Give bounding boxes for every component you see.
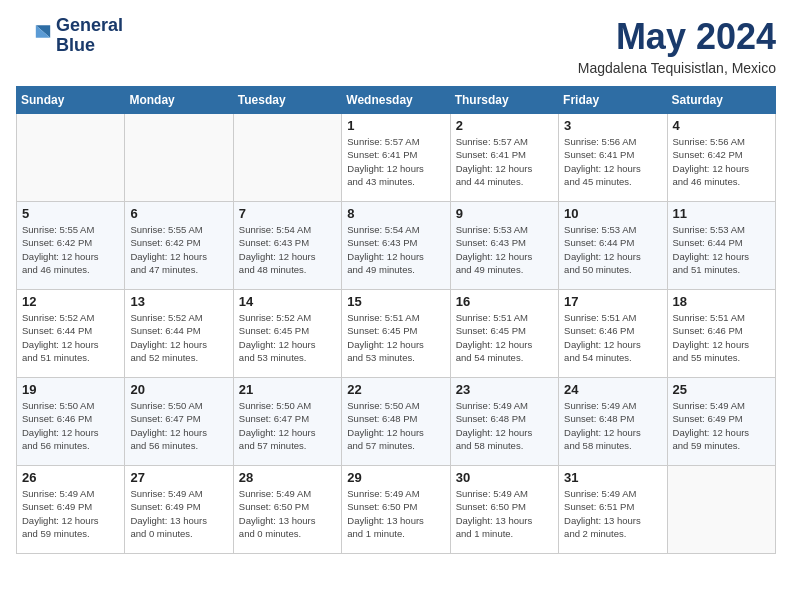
page-header: General Blue May 2024 Magdalena Tequisis… bbox=[16, 16, 776, 76]
calendar-cell: 25Sunrise: 5:49 AM Sunset: 6:49 PM Dayli… bbox=[667, 378, 775, 466]
day-info: Sunrise: 5:49 AM Sunset: 6:48 PM Dayligh… bbox=[564, 399, 661, 452]
day-info: Sunrise: 5:55 AM Sunset: 6:42 PM Dayligh… bbox=[130, 223, 227, 276]
day-number: 12 bbox=[22, 294, 119, 309]
calendar-header: SundayMondayTuesdayWednesdayThursdayFrid… bbox=[17, 87, 776, 114]
calendar-cell: 3Sunrise: 5:56 AM Sunset: 6:41 PM Daylig… bbox=[559, 114, 667, 202]
calendar-cell: 18Sunrise: 5:51 AM Sunset: 6:46 PM Dayli… bbox=[667, 290, 775, 378]
day-number: 3 bbox=[564, 118, 661, 133]
weekday-header-wednesday: Wednesday bbox=[342, 87, 450, 114]
day-info: Sunrise: 5:52 AM Sunset: 6:44 PM Dayligh… bbox=[130, 311, 227, 364]
day-number: 23 bbox=[456, 382, 553, 397]
day-info: Sunrise: 5:55 AM Sunset: 6:42 PM Dayligh… bbox=[22, 223, 119, 276]
day-number: 4 bbox=[673, 118, 770, 133]
day-info: Sunrise: 5:53 AM Sunset: 6:44 PM Dayligh… bbox=[673, 223, 770, 276]
day-number: 7 bbox=[239, 206, 336, 221]
calendar-cell bbox=[17, 114, 125, 202]
day-info: Sunrise: 5:49 AM Sunset: 6:50 PM Dayligh… bbox=[456, 487, 553, 540]
calendar-cell: 24Sunrise: 5:49 AM Sunset: 6:48 PM Dayli… bbox=[559, 378, 667, 466]
calendar-cell: 7Sunrise: 5:54 AM Sunset: 6:43 PM Daylig… bbox=[233, 202, 341, 290]
weekday-header-thursday: Thursday bbox=[450, 87, 558, 114]
calendar-cell: 4Sunrise: 5:56 AM Sunset: 6:42 PM Daylig… bbox=[667, 114, 775, 202]
calendar-cell: 6Sunrise: 5:55 AM Sunset: 6:42 PM Daylig… bbox=[125, 202, 233, 290]
calendar-table: SundayMondayTuesdayWednesdayThursdayFrid… bbox=[16, 86, 776, 554]
calendar-cell: 16Sunrise: 5:51 AM Sunset: 6:45 PM Dayli… bbox=[450, 290, 558, 378]
calendar-cell: 10Sunrise: 5:53 AM Sunset: 6:44 PM Dayli… bbox=[559, 202, 667, 290]
weekday-header-monday: Monday bbox=[125, 87, 233, 114]
day-info: Sunrise: 5:53 AM Sunset: 6:43 PM Dayligh… bbox=[456, 223, 553, 276]
day-number: 9 bbox=[456, 206, 553, 221]
day-info: Sunrise: 5:49 AM Sunset: 6:48 PM Dayligh… bbox=[456, 399, 553, 452]
calendar-cell: 9Sunrise: 5:53 AM Sunset: 6:43 PM Daylig… bbox=[450, 202, 558, 290]
calendar-body: 1Sunrise: 5:57 AM Sunset: 6:41 PM Daylig… bbox=[17, 114, 776, 554]
day-number: 25 bbox=[673, 382, 770, 397]
day-info: Sunrise: 5:52 AM Sunset: 6:44 PM Dayligh… bbox=[22, 311, 119, 364]
calendar-cell: 27Sunrise: 5:49 AM Sunset: 6:49 PM Dayli… bbox=[125, 466, 233, 554]
day-number: 21 bbox=[239, 382, 336, 397]
week-row-4: 19Sunrise: 5:50 AM Sunset: 6:46 PM Dayli… bbox=[17, 378, 776, 466]
day-info: Sunrise: 5:51 AM Sunset: 6:45 PM Dayligh… bbox=[347, 311, 444, 364]
calendar-cell bbox=[233, 114, 341, 202]
calendar-cell: 29Sunrise: 5:49 AM Sunset: 6:50 PM Dayli… bbox=[342, 466, 450, 554]
logo-text: General Blue bbox=[56, 16, 123, 56]
day-number: 31 bbox=[564, 470, 661, 485]
weekday-header-sunday: Sunday bbox=[17, 87, 125, 114]
week-row-5: 26Sunrise: 5:49 AM Sunset: 6:49 PM Dayli… bbox=[17, 466, 776, 554]
day-number: 19 bbox=[22, 382, 119, 397]
weekday-header-saturday: Saturday bbox=[667, 87, 775, 114]
calendar-cell: 26Sunrise: 5:49 AM Sunset: 6:49 PM Dayli… bbox=[17, 466, 125, 554]
day-number: 28 bbox=[239, 470, 336, 485]
logo-icon bbox=[16, 18, 52, 54]
weekday-header-friday: Friday bbox=[559, 87, 667, 114]
day-number: 2 bbox=[456, 118, 553, 133]
day-info: Sunrise: 5:49 AM Sunset: 6:51 PM Dayligh… bbox=[564, 487, 661, 540]
calendar-cell: 28Sunrise: 5:49 AM Sunset: 6:50 PM Dayli… bbox=[233, 466, 341, 554]
day-info: Sunrise: 5:49 AM Sunset: 6:50 PM Dayligh… bbox=[347, 487, 444, 540]
day-info: Sunrise: 5:56 AM Sunset: 6:41 PM Dayligh… bbox=[564, 135, 661, 188]
day-info: Sunrise: 5:50 AM Sunset: 6:46 PM Dayligh… bbox=[22, 399, 119, 452]
day-number: 26 bbox=[22, 470, 119, 485]
day-number: 20 bbox=[130, 382, 227, 397]
day-info: Sunrise: 5:50 AM Sunset: 6:47 PM Dayligh… bbox=[130, 399, 227, 452]
day-number: 22 bbox=[347, 382, 444, 397]
day-info: Sunrise: 5:49 AM Sunset: 6:49 PM Dayligh… bbox=[130, 487, 227, 540]
day-number: 5 bbox=[22, 206, 119, 221]
title-block: May 2024 Magdalena Tequisistlan, Mexico bbox=[578, 16, 776, 76]
weekday-header-row: SundayMondayTuesdayWednesdayThursdayFrid… bbox=[17, 87, 776, 114]
calendar-cell: 12Sunrise: 5:52 AM Sunset: 6:44 PM Dayli… bbox=[17, 290, 125, 378]
day-info: Sunrise: 5:52 AM Sunset: 6:45 PM Dayligh… bbox=[239, 311, 336, 364]
week-row-1: 1Sunrise: 5:57 AM Sunset: 6:41 PM Daylig… bbox=[17, 114, 776, 202]
calendar-cell: 21Sunrise: 5:50 AM Sunset: 6:47 PM Dayli… bbox=[233, 378, 341, 466]
calendar-cell: 2Sunrise: 5:57 AM Sunset: 6:41 PM Daylig… bbox=[450, 114, 558, 202]
day-info: Sunrise: 5:51 AM Sunset: 6:45 PM Dayligh… bbox=[456, 311, 553, 364]
day-info: Sunrise: 5:54 AM Sunset: 6:43 PM Dayligh… bbox=[347, 223, 444, 276]
calendar-cell: 20Sunrise: 5:50 AM Sunset: 6:47 PM Dayli… bbox=[125, 378, 233, 466]
day-info: Sunrise: 5:51 AM Sunset: 6:46 PM Dayligh… bbox=[564, 311, 661, 364]
day-info: Sunrise: 5:50 AM Sunset: 6:48 PM Dayligh… bbox=[347, 399, 444, 452]
calendar-cell bbox=[125, 114, 233, 202]
day-number: 15 bbox=[347, 294, 444, 309]
calendar-cell: 1Sunrise: 5:57 AM Sunset: 6:41 PM Daylig… bbox=[342, 114, 450, 202]
logo: General Blue bbox=[16, 16, 123, 56]
calendar-cell: 22Sunrise: 5:50 AM Sunset: 6:48 PM Dayli… bbox=[342, 378, 450, 466]
month-title: May 2024 bbox=[578, 16, 776, 58]
day-number: 18 bbox=[673, 294, 770, 309]
day-number: 6 bbox=[130, 206, 227, 221]
day-number: 8 bbox=[347, 206, 444, 221]
day-info: Sunrise: 5:49 AM Sunset: 6:49 PM Dayligh… bbox=[673, 399, 770, 452]
day-info: Sunrise: 5:57 AM Sunset: 6:41 PM Dayligh… bbox=[347, 135, 444, 188]
calendar-cell: 30Sunrise: 5:49 AM Sunset: 6:50 PM Dayli… bbox=[450, 466, 558, 554]
calendar-cell: 11Sunrise: 5:53 AM Sunset: 6:44 PM Dayli… bbox=[667, 202, 775, 290]
day-info: Sunrise: 5:53 AM Sunset: 6:44 PM Dayligh… bbox=[564, 223, 661, 276]
day-number: 14 bbox=[239, 294, 336, 309]
calendar-cell: 8Sunrise: 5:54 AM Sunset: 6:43 PM Daylig… bbox=[342, 202, 450, 290]
location-title: Magdalena Tequisistlan, Mexico bbox=[578, 60, 776, 76]
day-number: 24 bbox=[564, 382, 661, 397]
day-number: 10 bbox=[564, 206, 661, 221]
calendar-cell: 31Sunrise: 5:49 AM Sunset: 6:51 PM Dayli… bbox=[559, 466, 667, 554]
day-info: Sunrise: 5:56 AM Sunset: 6:42 PM Dayligh… bbox=[673, 135, 770, 188]
day-number: 30 bbox=[456, 470, 553, 485]
day-number: 1 bbox=[347, 118, 444, 133]
calendar-cell: 19Sunrise: 5:50 AM Sunset: 6:46 PM Dayli… bbox=[17, 378, 125, 466]
calendar-cell: 23Sunrise: 5:49 AM Sunset: 6:48 PM Dayli… bbox=[450, 378, 558, 466]
day-number: 29 bbox=[347, 470, 444, 485]
